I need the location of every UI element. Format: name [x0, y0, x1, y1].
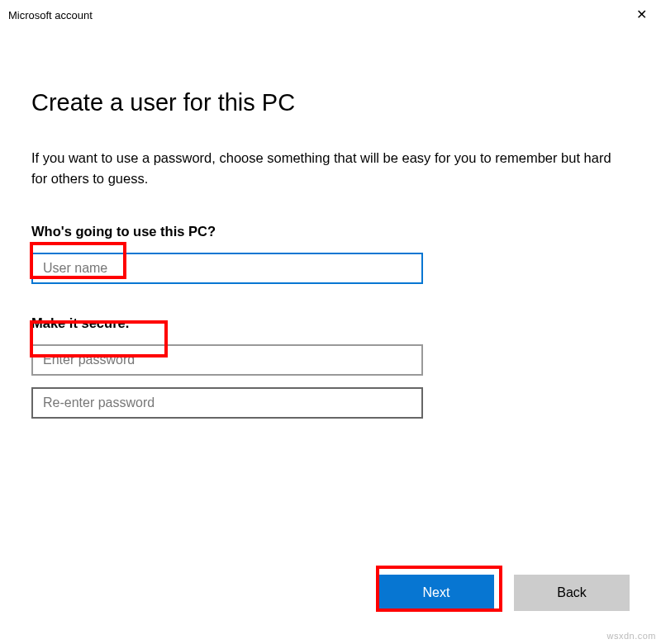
secure-section-label: Make it secure. — [31, 315, 630, 331]
secure-section: Make it secure. — [31, 315, 630, 419]
page-subtitle: If you want to use a password, choose so… — [31, 148, 626, 189]
watermark: wsxdn.com — [606, 631, 656, 641]
footer-buttons: Next Back — [378, 575, 630, 611]
user-section-label: Who's going to use this PC? — [31, 224, 630, 239]
window-title: Microsoft account — [8, 9, 93, 21]
password-input[interactable] — [31, 344, 423, 376]
username-input[interactable] — [31, 253, 423, 284]
title-bar: Microsoft account ✕ — [0, 0, 661, 30]
close-icon[interactable]: ✕ — [631, 5, 651, 25]
content-area: Create a user for this PC If you want to… — [0, 30, 661, 419]
user-section: Who's going to use this PC? — [31, 224, 630, 284]
page-title: Create a user for this PC — [31, 89, 630, 116]
back-button[interactable]: Back — [514, 575, 630, 611]
next-button[interactable]: Next — [378, 575, 494, 611]
reenter-password-input[interactable] — [31, 387, 423, 419]
